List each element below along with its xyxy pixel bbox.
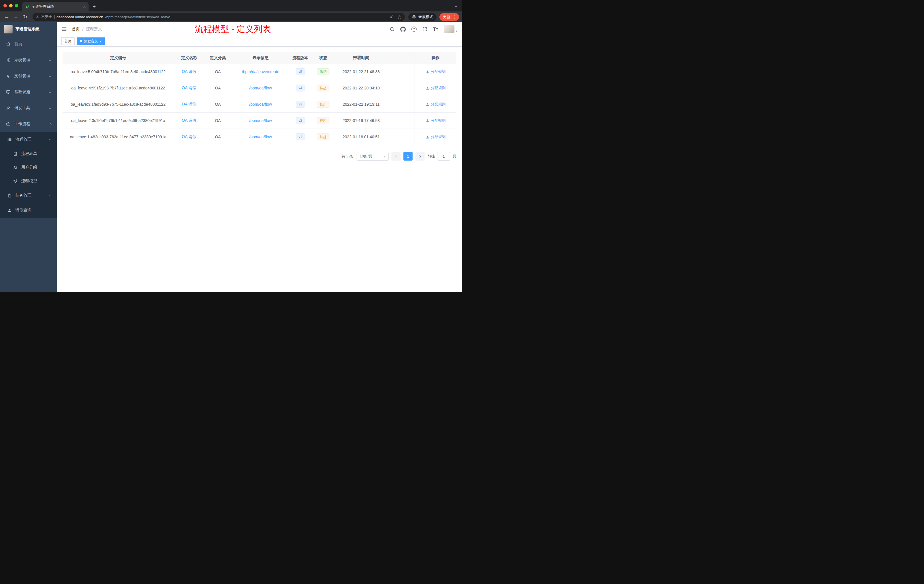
- bookmark-star-icon[interactable]: ☆: [398, 14, 401, 20]
- page-number-button[interactable]: 1: [403, 152, 412, 160]
- version-tag: v3: [296, 101, 305, 108]
- app: 芋道管理系统 首页 系统管理 ¥ 支付管理: [0, 22, 462, 292]
- font-size-icon[interactable]: T T: [433, 27, 438, 32]
- window-controls: [3, 0, 22, 12]
- app-logo: [4, 25, 13, 33]
- list-icon: [7, 137, 12, 142]
- table-header-row: 定义编号 定义名称 定义分类 表单信息 流程版本 状态 部署时间 操作: [63, 52, 456, 64]
- sidebar-item-task-management[interactable]: 任务管理: [0, 188, 57, 203]
- assign-rule-button[interactable]: 分配规则: [426, 86, 446, 91]
- table-row: oa_leave:2:3c1f0ef1-76b1-11ec-9c66-a2380…: [63, 112, 456, 129]
- deploy-time: 2022-01-22 20:34:10: [336, 80, 386, 96]
- tag-close-icon[interactable]: ×: [99, 40, 102, 43]
- back-button[interactable]: ←: [3, 13, 11, 21]
- avatar: [444, 25, 455, 33]
- user-menu[interactable]: ▾: [444, 25, 457, 33]
- key-icon[interactable]: [389, 15, 394, 19]
- user-icon: [7, 208, 12, 213]
- sidebar-item-process-model[interactable]: 流程模型: [0, 174, 57, 188]
- chevron-up-icon: [49, 123, 52, 126]
- definition-name-link[interactable]: OA 请假: [182, 102, 196, 107]
- chevron-down-icon: [49, 58, 52, 61]
- definition-category: OA: [205, 80, 231, 96]
- definition-name-link[interactable]: OA 请假: [182, 134, 196, 139]
- sidebar-item-devtools[interactable]: 研发工具: [0, 100, 57, 116]
- form-link[interactable]: /bpm/oa/flow: [249, 86, 272, 90]
- caret-down-icon: ▾: [384, 154, 385, 158]
- sidebar-item-system[interactable]: 系统管理: [0, 52, 57, 68]
- page-size-select[interactable]: 10条/页 ▾: [356, 152, 389, 160]
- forward-button[interactable]: →: [12, 13, 20, 21]
- assign-rule-button[interactable]: 分配规则: [426, 102, 446, 107]
- column-header: 定义名称: [174, 52, 205, 64]
- definition-id: oa_leave:2:3c1f0ef1-76b1-11ec-9c66-a2380…: [63, 112, 174, 129]
- tab-close-icon[interactable]: ×: [83, 4, 86, 9]
- definition-name-link[interactable]: OA 请假: [182, 69, 196, 74]
- definition-name-link[interactable]: OA 请假: [182, 86, 196, 91]
- sidebar-item-payment[interactable]: ¥ 支付管理: [0, 68, 57, 84]
- form-link[interactable]: /bpm/oa/flow: [249, 118, 272, 123]
- tab-search-button[interactable]: [450, 2, 462, 12]
- window-zoom-button[interactable]: [15, 4, 18, 7]
- sidebar-item-leave-query[interactable]: 请假查询: [0, 203, 57, 218]
- pagination-total: 共 5 条: [342, 154, 353, 159]
- github-icon[interactable]: [400, 26, 406, 32]
- breadcrumb-separator: /: [82, 27, 83, 31]
- reload-button[interactable]: ↻: [21, 13, 29, 21]
- sidebar-toggle-button[interactable]: [61, 26, 67, 32]
- sidebar-item-workflow[interactable]: 工作流程: [0, 116, 57, 132]
- sidebar-item-user-group[interactable]: 用户分组: [0, 160, 57, 174]
- address-bar[interactable]: ⚠ 不安全 dashboard.yudao.iocoder.cn /bpm/ma…: [33, 13, 405, 21]
- sidebar-item-process-form[interactable]: 流程表单: [0, 147, 57, 160]
- tag-home[interactable]: 首页: [61, 38, 74, 45]
- chevron-down-icon: [49, 194, 52, 196]
- sidebar-item-label: 用户分组: [21, 165, 37, 170]
- next-page-button[interactable]: ›: [416, 152, 424, 160]
- tags-view: 首页 流程定义 ×: [57, 36, 462, 46]
- prev-page-button[interactable]: ‹: [391, 152, 401, 160]
- caret-down-icon: ▾: [456, 29, 457, 33]
- definition-id: oa_leave:4:991f2193-7b7f-11ec-a3c8-acde4…: [63, 80, 174, 96]
- app-title: 芋道管理系统: [15, 26, 40, 32]
- gear-icon: [6, 58, 11, 62]
- window-minimize-button[interactable]: [9, 4, 13, 7]
- sidebar-item-label: 工作流程: [14, 121, 30, 127]
- assign-rule-button[interactable]: 分配规则: [426, 118, 446, 123]
- goto-page-input[interactable]: [437, 152, 450, 160]
- user-icon: [426, 86, 429, 90]
- chevron-down-icon: [49, 106, 52, 109]
- deploy-time: 2022-01-22 21:48:38: [336, 64, 386, 80]
- form-link[interactable]: /bpm/oa/flow: [249, 135, 272, 139]
- definition-name-link[interactable]: OA 请假: [182, 118, 196, 123]
- new-tab-button[interactable]: +: [89, 2, 100, 12]
- sidebar-item-infrastructure[interactable]: 基础设施: [0, 84, 57, 100]
- font-size-small-glyph: T: [436, 28, 438, 31]
- sidebar-item-home[interactable]: 首页: [0, 36, 57, 52]
- help-icon[interactable]: ?: [411, 26, 417, 32]
- browser-update-button[interactable]: 更新 ⋮: [439, 13, 459, 21]
- sidebar-logo-row[interactable]: 芋道管理系统: [0, 22, 57, 36]
- assign-rule-button[interactable]: 分配规则: [426, 69, 446, 74]
- table-row: oa_leave:4:991f2193-7b7f-11ec-a3c8-acde4…: [63, 80, 456, 96]
- assign-rule-label: 分配规则: [431, 102, 446, 107]
- window-close-button[interactable]: [3, 4, 7, 7]
- yen-icon: ¥: [6, 74, 11, 79]
- incognito-badge: 无痕模式: [408, 13, 437, 21]
- fullscreen-icon[interactable]: [422, 26, 427, 32]
- tag-process-definition[interactable]: 流程定义 ×: [77, 38, 105, 45]
- pagination: 共 5 条 10条/页 ▾ ‹ 1 › 前往 页: [63, 152, 456, 160]
- assign-rule-button[interactable]: 分配规则: [426, 134, 446, 139]
- column-header: 部署时间: [336, 52, 386, 64]
- form-link[interactable]: /bpm/oa/flow: [249, 102, 272, 107]
- breadcrumb-home[interactable]: 首页: [72, 26, 80, 32]
- definition-table: 定义编号 定义名称 定义分类 表单信息 流程版本 状态 部署时间 操作 oa_l…: [63, 52, 456, 145]
- sidebar-item-process-management[interactable]: 流程管理: [0, 132, 57, 147]
- sidebar-item-label: 任务管理: [15, 193, 31, 198]
- browser-menu-icon[interactable]: ⋮: [452, 15, 456, 19]
- form-link[interactable]: /bpm/oa/leave/create: [242, 69, 279, 74]
- status-badge: 挂起: [317, 134, 330, 140]
- content: 定义编号 定义名称 定义分类 表单信息 流程版本 状态 部署时间 操作 oa_l…: [57, 46, 462, 292]
- search-icon[interactable]: [389, 26, 394, 32]
- browser-tab[interactable]: 芋道管理系统 ×: [22, 2, 89, 12]
- status-badge: 激活: [317, 68, 330, 75]
